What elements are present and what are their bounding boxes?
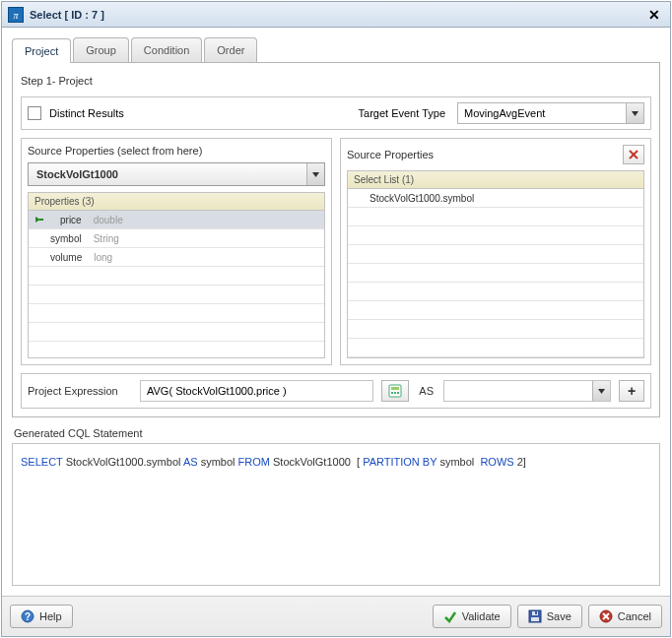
tab-group[interactable]: Group	[73, 37, 129, 62]
options-row: Distinct Results Target Event Type Movin…	[21, 96, 651, 130]
select-list-row	[348, 226, 643, 245]
distinct-label: Distinct Results	[47, 107, 124, 119]
svg-rect-8	[391, 392, 393, 394]
check-icon	[443, 609, 457, 623]
step-label: Step 1- Project	[21, 71, 651, 89]
property-type: double	[94, 215, 123, 225]
source-properties-panel: Source Properties (select from here) Sto…	[21, 138, 332, 365]
cql-token: StockVolGt1000	[273, 456, 351, 468]
property-type: long	[94, 252, 112, 263]
source-properties-title: Source Properties (select from here)	[28, 145, 325, 157]
property-row	[29, 286, 324, 304]
svg-rect-15	[531, 617, 539, 621]
floppy-icon	[528, 609, 542, 623]
select-list-grid-header: Select List (1)	[348, 171, 643, 189]
cql-keyword: AS	[183, 456, 198, 468]
generated-cql-label: Generated CQL Statement	[12, 417, 660, 443]
select-list-row	[348, 264, 643, 283]
property-row[interactable]: price double	[29, 211, 324, 229]
project-expression-label: Project Expression	[28, 385, 132, 397]
tab-order[interactable]: Order	[204, 37, 257, 62]
property-name: volume	[50, 252, 82, 263]
properties-grid: Properties (3) price double symbol Strin…	[28, 192, 325, 358]
expression-row: Project Expression AS +	[21, 373, 651, 409]
svg-text:?: ?	[25, 611, 31, 622]
distinct-checkbox[interactable]	[28, 106, 41, 120]
select-list-title: Source Properties	[347, 149, 623, 160]
chevron-down-icon[interactable]	[626, 103, 643, 123]
chevron-down-icon[interactable]	[306, 163, 324, 185]
cql-token: ]	[523, 456, 526, 468]
source-select[interactable]: StockVolGt1000	[28, 162, 325, 186]
button-label: Cancel	[618, 610, 651, 622]
button-label: Validate	[462, 610, 501, 622]
cql-token: symbol	[201, 456, 235, 468]
help-icon: ?	[21, 609, 34, 623]
property-row[interactable]: symbol String	[29, 229, 324, 248]
svg-rect-7	[391, 387, 399, 390]
add-button[interactable]: +	[619, 380, 644, 402]
select-list-row	[348, 283, 643, 301]
select-list-row	[348, 245, 643, 264]
window-title: Select [ ID : 7 ]	[30, 9, 644, 21]
as-label: AS	[417, 385, 436, 397]
help-button[interactable]: ? Help	[10, 605, 73, 628]
tab-project[interactable]: Project	[12, 38, 71, 63]
tab-strip: Project Group Condition Order	[12, 37, 660, 62]
cql-token: StockVolGt1000.symbol	[66, 456, 181, 468]
calculator-icon	[388, 384, 402, 398]
source-select-value: StockVolGt1000	[29, 168, 306, 180]
property-row	[29, 267, 324, 286]
select-list-row	[348, 339, 643, 357]
cql-keyword: PARTITION BY	[363, 456, 437, 468]
select-list-row	[348, 301, 643, 320]
property-name: symbol	[50, 233, 82, 244]
cancel-button[interactable]: Cancel	[588, 605, 662, 628]
titlebar: π Select [ ID : 7 ] ✕	[2, 2, 670, 28]
select-list-row[interactable]: StockVolGt1000.symbol	[348, 189, 643, 208]
select-list-row	[348, 320, 643, 339]
svg-rect-3	[39, 219, 43, 221]
svg-marker-11	[598, 389, 605, 394]
property-row[interactable]: volume long	[29, 248, 324, 267]
arrow-right-icon	[34, 215, 44, 224]
pi-icon: π	[8, 7, 24, 23]
property-name: price	[60, 215, 82, 225]
select-list-panel: Source Properties Select List (1) StockV…	[340, 138, 651, 365]
generated-cql-box: SELECT StockVolGt1000.symbol AS symbol F…	[12, 443, 660, 586]
cql-keyword: FROM	[238, 456, 270, 468]
svg-marker-1	[312, 172, 319, 177]
property-row	[29, 323, 324, 342]
property-row	[29, 304, 324, 323]
close-icon[interactable]: ✕	[644, 7, 664, 23]
button-label: Save	[547, 610, 571, 622]
button-label: Help	[39, 610, 62, 622]
tab-body: Step 1- Project Distinct Results Target …	[12, 62, 660, 417]
footer: ? Help Validate Save Cancel	[2, 596, 670, 636]
property-type: String	[94, 233, 119, 244]
project-expression-input[interactable]	[140, 380, 373, 402]
tab-condition[interactable]: Condition	[131, 37, 202, 62]
svg-rect-6	[389, 385, 401, 397]
target-event-type-select[interactable]: MovingAvgEvent	[457, 102, 644, 124]
select-list-item: StockVolGt1000.symbol	[370, 193, 474, 204]
cql-keyword: ROWS	[480, 456, 513, 468]
validate-button[interactable]: Validate	[433, 605, 511, 628]
function-picker-button[interactable]	[381, 380, 409, 402]
cql-token: symbol	[439, 456, 474, 468]
select-list-grid: Select List (1) StockVolGt1000.symbol	[347, 170, 644, 358]
svg-rect-9	[394, 392, 396, 394]
cql-keyword: SELECT	[21, 456, 63, 468]
remove-button[interactable]	[623, 145, 644, 164]
as-alias-select[interactable]	[443, 380, 611, 402]
properties-grid-header: Properties (3)	[29, 193, 324, 211]
select-list-row	[348, 208, 643, 226]
svg-rect-17	[535, 611, 537, 614]
cancel-icon	[599, 609, 613, 623]
svg-marker-0	[632, 111, 638, 116]
save-button[interactable]: Save	[517, 605, 582, 628]
chevron-down-icon[interactable]	[592, 381, 610, 401]
target-event-type-label: Target Event Type	[359, 107, 451, 119]
target-event-type-value: MovingAvgEvent	[458, 107, 626, 119]
svg-rect-10	[397, 392, 399, 394]
